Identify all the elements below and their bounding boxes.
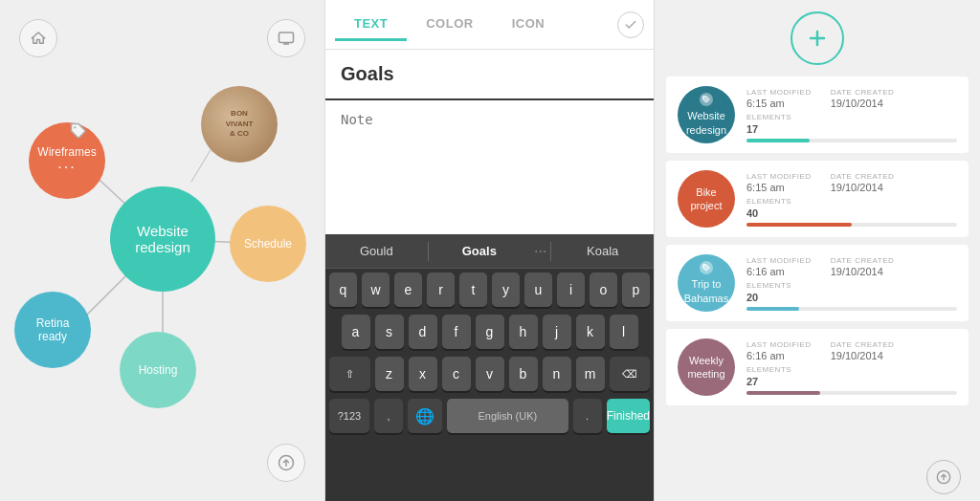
elements-value: 40 [746,207,957,219]
key-w[interactable]: w [362,272,390,307]
elements-value: 27 [746,376,957,387]
key-row-4: ?123 , 🌐 English (UK) . Finished [325,395,654,437]
key-f[interactable]: f [442,315,471,349]
list-bubble-bahamas: Trip toBahamas [678,254,735,312]
upload-button[interactable] [267,444,305,482]
note-textarea[interactable] [325,100,654,234]
key-e[interactable]: e [394,272,422,307]
list-item[interactable]: Weeklymeeting LAST MODIFIED 6:16 am DATE… [666,329,969,405]
suggestion-koala[interactable]: Koala [551,240,654,262]
date-created-value: 19/10/2014 [831,266,895,277]
last-modified-label: LAST MODIFIED [746,172,812,181]
keyboard: Gould Goals ··· Koala q w e r t y u i o … [325,234,654,501]
key-u[interactable]: u [524,272,552,307]
mindmap-panel: + + + + BONVIVANT& CO Websiteredesign Wi… [0,0,325,501]
check-button[interactable] [617,11,644,38]
key-m[interactable]: m [576,357,605,391]
key-g[interactable]: g [476,315,504,349]
tag-icon [70,122,87,143]
key-period[interactable]: . [573,399,602,433]
tab-color[interactable]: COLOR [407,9,492,41]
key-o[interactable]: o [590,272,617,307]
key-y[interactable]: y [492,272,520,307]
progress-bar-bg [746,391,957,395]
key-s[interactable]: s [375,315,404,349]
key-row-2: a s d f g h j k l [325,311,654,353]
svg-rect-13 [279,33,294,43]
list-items: Websiteredesign LAST MODIFIED 6:15 am DA… [655,76,980,453]
key-l[interactable]: l [610,315,638,349]
list-bubble-bike: Bikeproject [678,170,735,228]
key-finished[interactable]: Finished [607,399,650,433]
key-d[interactable]: d [409,315,437,349]
list-info-bike: LAST MODIFIED 6:15 am DATE CREATED 19/10… [735,172,957,227]
svg-point-16 [74,126,76,128]
key-c[interactable]: c [442,357,471,391]
hosting-bubble[interactable]: Hosting [120,332,196,408]
website-redesign-bubble[interactable]: Websiteredesign [110,186,215,292]
list-item-label: Weeklymeeting [687,354,724,381]
key-q[interactable]: q [329,272,357,307]
last-modified-value: 6:15 am [746,98,812,109]
list-bubble-meeting: Weeklymeeting [678,338,735,396]
key-t[interactable]: t [459,272,487,307]
bon-vivant-bubble[interactable]: BONVIVANT& CO [201,86,278,163]
list-item[interactable]: Trip toBahamas LAST MODIFIED 6:16 am DAT… [666,245,969,321]
key-b[interactable]: b [509,357,538,391]
key-v[interactable]: v [476,357,504,391]
website-redesign-label: Websiteredesign [135,223,190,255]
tab-icon[interactable]: ICON [493,9,565,41]
last-modified-label: LAST MODIFIED [746,256,812,265]
suggestion-gould[interactable]: Gould [325,240,428,262]
key-space[interactable]: English (UK) [447,399,568,433]
upload-button-small[interactable] [926,460,961,494]
key-a[interactable]: a [342,315,370,349]
date-created-label: DATE CREATED [831,340,895,349]
schedule-label: Schedule [244,237,292,250]
key-comma[interactable]: , [374,399,403,433]
progress-bar-fill [746,223,852,227]
key-x[interactable]: x [409,357,437,391]
list-meta: LAST MODIFIED 6:15 am DATE CREATED 19/10… [746,88,957,109]
suggestion-dots: ··· [530,243,550,260]
list-item[interactable]: Websiteredesign LAST MODIFIED 6:15 am DA… [666,76,969,153]
keyboard-suggestions: Gould Goals ··· Koala [325,234,654,269]
key-k[interactable]: k [576,315,605,349]
key-z[interactable]: z [375,357,404,391]
elements-label: ELEMENTS [746,281,957,290]
key-backspace[interactable]: ⌫ [610,357,651,391]
tab-text[interactable]: TEXT [335,9,407,41]
date-created-label: DATE CREATED [831,256,895,265]
last-modified-label: LAST MODIFIED [746,340,812,349]
key-row-3: ⇧ z x c v b n m ⌫ [325,353,654,395]
key-num[interactable]: ?123 [329,399,369,433]
list-item[interactable]: Bikeproject LAST MODIFIED 6:15 am DATE C… [666,161,969,237]
list-panel: Websiteredesign LAST MODIFIED 6:15 am DA… [655,0,980,501]
last-modified-value: 6:16 am [746,350,812,361]
wireframes-bubble[interactable]: Wireframes ··· [29,122,105,199]
key-p[interactable]: p [622,272,650,307]
list-item-label: Bikeproject [690,185,722,213]
elements-label: ELEMENTS [746,113,957,121]
elements-label: ELEMENTS [746,365,957,374]
key-i[interactable]: i [557,272,585,307]
monitor-button[interactable] [267,19,305,57]
retina-ready-bubble[interactable]: Retinaready [14,292,91,368]
key-h[interactable]: h [509,315,538,349]
key-j[interactable]: j [543,315,571,349]
home-button[interactable] [19,19,57,57]
key-n[interactable]: n [543,357,571,391]
list-item-label: Websiteredesign [686,109,726,137]
list-meta: LAST MODIFIED 6:16 am DATE CREATED 19/10… [746,340,957,361]
key-globe[interactable]: 🌐 [408,399,442,433]
title-input[interactable] [325,50,654,100]
add-button[interactable] [791,11,844,65]
date-created-label: DATE CREATED [831,88,895,97]
elements-label: ELEMENTS [746,197,957,206]
key-shift[interactable]: ⇧ [329,357,370,391]
key-r[interactable]: r [427,272,455,307]
suggestion-goals[interactable]: Goals [429,240,531,262]
progress-bar-fill [746,391,820,395]
schedule-bubble[interactable]: Schedule [230,206,306,282]
progress-bar-bg [746,223,957,227]
